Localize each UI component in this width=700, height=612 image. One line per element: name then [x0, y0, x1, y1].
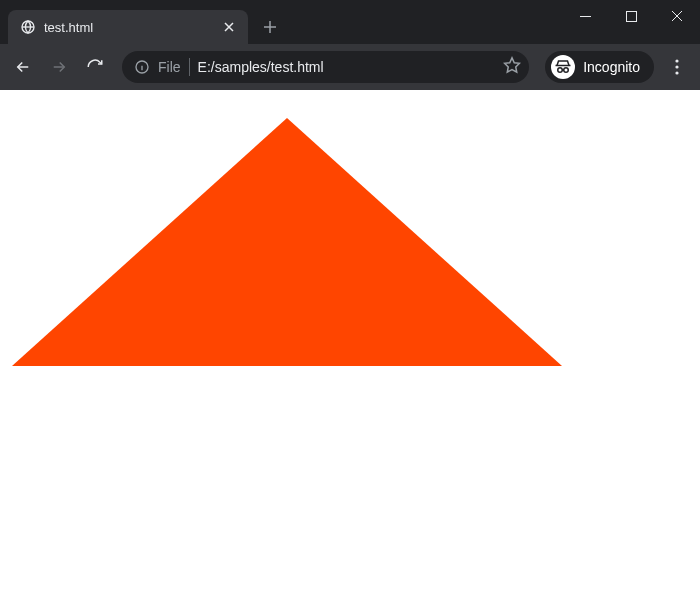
url-scheme-label: File	[158, 59, 181, 75]
incognito-indicator[interactable]: Incognito	[545, 51, 654, 83]
maximize-icon	[626, 11, 637, 22]
bookmark-button[interactable]	[503, 56, 521, 78]
forward-button[interactable]	[42, 50, 76, 84]
plus-icon	[263, 20, 277, 34]
svg-marker-3	[505, 58, 520, 72]
globe-icon	[20, 19, 36, 35]
minimize-icon	[580, 11, 591, 22]
back-button[interactable]	[6, 50, 40, 84]
incognito-icon	[551, 55, 575, 79]
info-icon[interactable]	[134, 59, 150, 75]
svg-point-5	[564, 68, 569, 73]
window-controls	[562, 0, 700, 32]
address-bar[interactable]: File E:/samples/test.html	[122, 51, 529, 83]
toolbar: File E:/samples/test.html Incognito	[0, 44, 700, 90]
svg-rect-1	[626, 11, 636, 21]
incognito-label: Incognito	[583, 59, 640, 75]
active-tab[interactable]: test.html	[8, 10, 248, 44]
arrow-left-icon	[14, 58, 32, 76]
svg-point-8	[675, 71, 678, 74]
star-icon	[503, 56, 521, 74]
reload-icon	[86, 58, 104, 76]
page-viewport	[0, 90, 700, 612]
tab-strip: test.html	[0, 0, 562, 44]
minimize-button[interactable]	[562, 0, 608, 32]
close-window-button[interactable]	[654, 0, 700, 32]
browser-window: test.html	[0, 0, 700, 612]
arrow-right-icon	[50, 58, 68, 76]
orange-triangle-shape	[12, 118, 562, 366]
maximize-button[interactable]	[608, 0, 654, 32]
omnibox-divider	[189, 58, 190, 76]
new-tab-button[interactable]	[256, 13, 284, 41]
svg-point-4	[558, 68, 563, 73]
main-menu-button[interactable]	[660, 50, 694, 84]
tab-title: test.html	[44, 20, 212, 35]
url-text[interactable]: E:/samples/test.html	[198, 59, 496, 75]
reload-button[interactable]	[78, 50, 112, 84]
svg-point-7	[675, 65, 678, 68]
titlebar: test.html	[0, 0, 700, 44]
close-icon	[671, 10, 683, 22]
kebab-menu-icon	[675, 59, 679, 75]
svg-point-6	[675, 59, 678, 62]
close-tab-icon[interactable]	[220, 18, 238, 36]
